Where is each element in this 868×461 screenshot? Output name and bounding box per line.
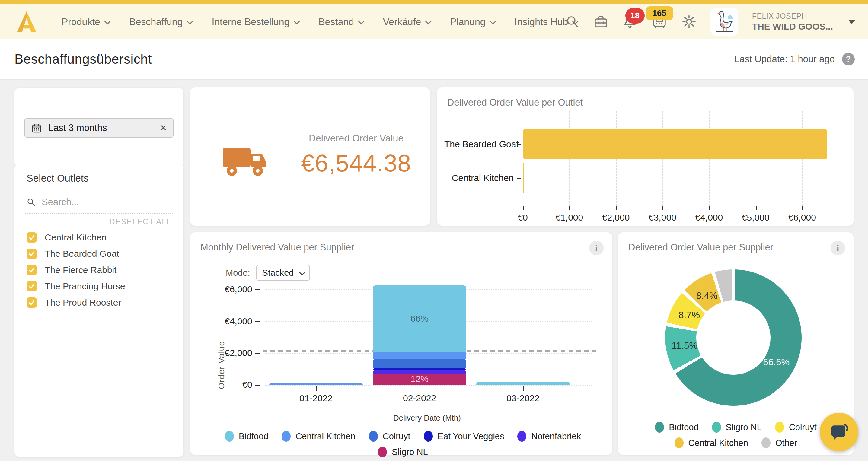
legend-item-sligro-nl[interactable]: Sligro NL [378, 447, 428, 457]
axis-tick [420, 387, 421, 391]
axis-tick [255, 289, 259, 290]
outlet-label: The Fierce Rabbit [45, 265, 117, 275]
nav-item-bestand[interactable]: Bestand [318, 16, 363, 28]
app-logo[interactable] [17, 11, 36, 32]
x-tick-label: €0 [518, 212, 528, 223]
goose-avatar-icon [711, 8, 738, 35]
legend-item-other[interactable]: Other [762, 437, 797, 448]
nav-item-label: Verkäufe [383, 16, 421, 28]
clear-date-icon[interactable]: × [160, 122, 166, 134]
legend-label: Colruyt [383, 431, 410, 441]
axis-tick [523, 387, 524, 391]
slice-label-sligro-nl: 11.5% [672, 340, 698, 351]
nav-item-interne-bestellung[interactable]: Interne Bestellung [212, 16, 299, 28]
nav-item-label: Insights Hub [515, 16, 568, 28]
legend-label: Central Kitchen [688, 438, 748, 448]
legend-item-colruyt[interactable]: Colruyt [775, 422, 817, 433]
legend-item-bidfood[interactable]: Bidfood [655, 422, 699, 433]
outlet-label: The Prancing Horse [45, 281, 125, 291]
calendar-icon [31, 123, 42, 133]
slice-label-bidfood: 66.6% [763, 357, 789, 368]
legend-marker-icon [369, 431, 378, 442]
truck-icon [220, 142, 272, 183]
axis-tick [616, 206, 617, 210]
axis-tick [517, 178, 521, 179]
stack-segment-bidfood [476, 382, 570, 385]
search-icon[interactable] [566, 15, 580, 29]
kpi-label: Delivered Order Value [281, 133, 432, 144]
date-range-input[interactable]: Last 3 months × [24, 118, 174, 138]
nav-item-verkaeufe[interactable]: Verkäufe [383, 16, 430, 28]
logo-a-icon [17, 11, 36, 32]
divider [25, 213, 173, 214]
legend-item-eat-your-veggies[interactable]: Eat Your Veggies [424, 431, 504, 442]
outlet-checkbox-row[interactable]: The Proud Rooster [27, 295, 121, 310]
user-menu-caret-icon[interactable] [848, 20, 855, 24]
legend-marker-icon [225, 431, 234, 442]
bar-the-bearded-goat [523, 129, 827, 159]
legend-item-central-kitchen[interactable]: Central Kitchen [282, 431, 355, 442]
chat-button[interactable] [820, 413, 858, 451]
outlet-search-input[interactable] [41, 196, 157, 208]
legend-item-sligro-nl[interactable]: Sligro NL [712, 422, 762, 433]
checkbox-icon[interactable] [27, 232, 37, 242]
legend-marker-icon [675, 437, 684, 448]
x-tick-label: 02-2022 [403, 393, 436, 403]
outlet-checkbox-row[interactable]: The Bearded Goat [27, 246, 119, 261]
axis-tick [709, 206, 710, 210]
legend-label: Eat Your Veggies [438, 431, 504, 441]
x-tick-label: €3,000 [649, 212, 676, 223]
checkbox-icon[interactable] [27, 249, 37, 259]
legend-marker-icon [424, 431, 433, 442]
axis-tick [756, 206, 756, 210]
axis-tick [523, 206, 524, 210]
legend-item-bidfood[interactable]: Bidfood [225, 431, 268, 442]
outlet-checkbox-row[interactable]: The Prancing Horse [27, 279, 125, 294]
legend-item-central-kitchen[interactable]: Central Kitchen [675, 437, 748, 448]
user-organization: THE WILD GOOS... [752, 21, 833, 32]
outlet-checkbox-row[interactable]: Central Kitchen [27, 230, 106, 245]
outlet-label: The Bearded Goat [45, 249, 119, 259]
outlet-label: The Proud Rooster [45, 297, 121, 308]
checkbox-icon[interactable] [27, 265, 37, 275]
x-tick-label: €1,000 [555, 212, 583, 223]
chevron-down-icon [104, 18, 111, 25]
help-icon[interactable]: ? [842, 53, 855, 65]
search-icon [27, 198, 36, 207]
legend-marker-icon [517, 431, 526, 442]
outlet-checkbox-row[interactable]: The Fierce Rabbit [27, 263, 117, 277]
checkbox-icon[interactable] [27, 281, 37, 291]
toolbox-icon[interactable] [593, 14, 609, 29]
axis-tick [517, 144, 521, 145]
axis-tick [569, 206, 570, 210]
legend-marker-icon [775, 422, 784, 433]
header-right: Last Update: 1 hour ago ? [734, 53, 855, 65]
legend-label: Sligro NL [392, 447, 428, 457]
gear-icon[interactable] [681, 14, 696, 29]
nav-item-produkte[interactable]: Produkte [62, 16, 109, 28]
printer-icon[interactable]: 165 [651, 14, 668, 29]
user-menu[interactable]: FELIX JOSEPH THE WILD GOOS... [752, 11, 833, 32]
date-filter-card: Last 3 months × [14, 88, 184, 167]
nav-right-cluster: 18 165 [566, 4, 855, 39]
outlet-label: Central Kitchen [45, 232, 106, 242]
bell-icon[interactable]: 18 [622, 14, 638, 30]
legend-item-colruyt[interactable]: Colruyt [369, 431, 410, 442]
monthly-chart-card: Monthly Delivered Value per Supplier i M… [190, 232, 612, 455]
y-category-label: The Bearded Goat [444, 139, 514, 149]
checkbox-icon[interactable] [27, 297, 37, 308]
chevron-down-icon [425, 18, 432, 25]
nav-item-planung[interactable]: Planung [450, 16, 494, 28]
legend-label: Sligro NL [726, 422, 762, 432]
y-tick-label: €6,000 [192, 284, 252, 294]
nav-item-beschaffung[interactable]: Beschaffung [129, 16, 192, 28]
stack-segment-notenfabriek [373, 370, 466, 373]
deselect-all-button[interactable]: DESELECT ALL [109, 217, 172, 226]
avatar[interactable] [710, 8, 738, 36]
page-header: Beschaffungsübersicht Last Update: 1 hou… [0, 39, 868, 80]
x-tick-label: €6,000 [788, 212, 816, 223]
outlet-filter-title: Select Outlets [27, 172, 88, 184]
legend-item-notenfabriek[interactable]: Notenfabriek [517, 431, 581, 442]
nav-item-label: Bestand [318, 16, 354, 28]
axis-tick [802, 206, 803, 210]
